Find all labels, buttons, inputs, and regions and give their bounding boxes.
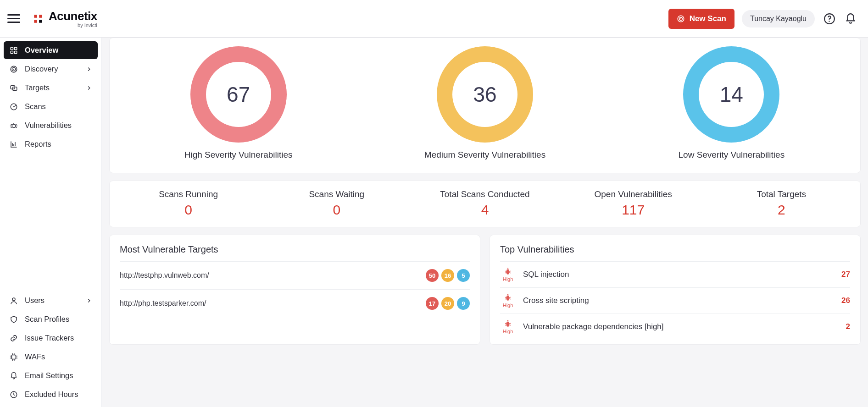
target-row[interactable]: http://testphp.vulnweb.com/50165: [120, 261, 470, 289]
severity-high-label: High Severity Vulnerabilities: [184, 150, 293, 160]
sidebar-item-email-settings[interactable]: Email Settings: [4, 367, 98, 385]
stat-item[interactable]: Total Targets2: [707, 189, 856, 218]
target-url: http://testphp.vulnweb.com/: [120, 271, 209, 280]
sidebar-item-excluded-hours[interactable]: Excluded Hours: [4, 385, 98, 403]
user-menu[interactable]: Tuncay Kayaoglu: [742, 10, 815, 28]
sidebar-item-label: Targets: [25, 83, 50, 92]
brand-mark-icon: [32, 13, 44, 25]
top-vulnerabilities-title: Top Vulnerabilities: [490, 235, 860, 261]
vulnerability-row[interactable]: HighCross site scripting26: [500, 287, 850, 314]
stat-label: Open Vulnerabilities: [559, 189, 707, 199]
svg-rect-7: [11, 51, 13, 53]
target-icon: [9, 65, 18, 73]
sidebar-item-label: Vulnerabilities: [25, 121, 72, 130]
severity-badge: High: [500, 319, 516, 334]
dashboard-icon: [9, 46, 18, 55]
sidebar-item-label: Excluded Hours: [25, 390, 78, 399]
vulnerability-name: Cross site scripting: [523, 296, 589, 305]
most-vulnerable-targets-card: Most Vulnerable Targets http://testphp.v…: [109, 235, 480, 345]
target-high-count: 17: [426, 297, 439, 310]
sidebar-item-targets[interactable]: Targets: [4, 79, 98, 97]
brand-name: Acunetix: [49, 9, 97, 23]
svg-rect-8: [15, 51, 17, 53]
svg-point-17: [12, 298, 15, 301]
svg-point-4: [829, 21, 829, 22]
sidebar-item-label: Discovery: [25, 65, 58, 73]
notifications-icon[interactable]: [844, 12, 857, 25]
severity-caption: High: [503, 276, 513, 282]
severity-low-ring-icon: 14: [683, 46, 779, 143]
sidebar-item-discovery[interactable]: Discovery: [4, 60, 98, 78]
svg-rect-5: [11, 47, 13, 50]
vulnerability-count: 27: [841, 270, 850, 279]
stat-item[interactable]: Scans Running0: [114, 189, 262, 218]
sidebar-item-reports[interactable]: Reports: [4, 135, 98, 153]
sidebar-item-issue-trackers[interactable]: Issue Trackers: [4, 329, 98, 347]
severity-medium-label: Medium Severity Vulnerabilities: [424, 150, 545, 160]
stat-value: 0: [262, 202, 411, 218]
svg-point-11: [13, 68, 14, 69]
radar-icon: [9, 103, 18, 111]
most-vulnerable-targets-title: Most Vulnerable Targets: [110, 235, 480, 261]
svg-point-16: [12, 124, 16, 128]
top-vulnerabilities-card: Top Vulnerabilities HighSQL injection27H…: [490, 235, 861, 345]
svg-rect-18: [12, 355, 16, 359]
menu-toggle-button[interactable]: [7, 12, 20, 25]
sidebar-item-scan-profiles[interactable]: Scan Profiles: [4, 310, 98, 328]
sidebar-item-overview[interactable]: Overview: [4, 41, 98, 59]
severity-medium-ring-icon: 36: [437, 46, 533, 143]
sidebar-item-scans[interactable]: Scans: [4, 98, 98, 116]
severity-medium[interactable]: 36 Medium Severity Vulnerabilities: [362, 46, 608, 160]
chart-icon: [9, 140, 18, 148]
target-url: http://php.testsparker.com/: [120, 299, 206, 308]
vulnerability-count: 26: [841, 296, 850, 305]
sidebar-item-label: Issue Trackers: [25, 334, 74, 342]
severity-low-label: Low Severity Vulnerabilities: [679, 150, 785, 160]
target-high-count: 50: [426, 269, 439, 282]
sidebar-item-label: Scan Profiles: [25, 315, 69, 324]
stat-item[interactable]: Scans Waiting0: [262, 189, 411, 218]
group-icon: [9, 84, 18, 92]
stats-card: Scans Running0Scans Waiting0Total Scans …: [109, 181, 861, 227]
target-low-count: 9: [457, 297, 470, 310]
chevron-right-icon: [86, 66, 92, 72]
severity-low-value: 14: [720, 82, 743, 107]
severity-high-value: 67: [227, 82, 250, 107]
bug-icon: [504, 319, 512, 328]
sidebar-item-label: Overview: [25, 46, 58, 55]
stat-label: Total Targets: [707, 189, 856, 199]
sidebar-item-users[interactable]: Users: [4, 292, 98, 309]
severity-low[interactable]: 14 Low Severity Vulnerabilities: [608, 46, 855, 160]
chip-icon: [9, 353, 18, 361]
scan-target-icon: [677, 15, 685, 23]
shield-icon: [9, 315, 18, 324]
app-header: Acunetix by Invicti New Scan Tuncay Kaya…: [0, 0, 868, 38]
sidebar-item-label: Reports: [25, 140, 51, 148]
stat-value: 117: [559, 202, 707, 218]
sidebar-item-label: Users: [25, 296, 45, 305]
target-low-count: 5: [457, 269, 470, 282]
stat-item[interactable]: Open Vulnerabilities117: [559, 189, 707, 218]
help-icon[interactable]: [823, 12, 836, 25]
new-scan-button[interactable]: New Scan: [668, 9, 734, 29]
chevron-right-icon: [86, 85, 92, 91]
brand-logo[interactable]: Acunetix by Invicti: [32, 9, 97, 28]
bug-icon: [504, 267, 512, 275]
sidebar-item-vulnerabilities[interactable]: Vulnerabilities: [4, 116, 98, 134]
severity-badge: High: [500, 293, 516, 308]
target-row[interactable]: http://php.testsparker.com/17209: [120, 289, 470, 317]
svg-point-2: [680, 18, 681, 19]
bug-icon: [504, 293, 512, 302]
new-scan-label: New Scan: [690, 14, 726, 23]
stat-item[interactable]: Total Scans Conducted4: [411, 189, 559, 218]
severity-high[interactable]: 67 High Severity Vulnerabilities: [115, 46, 362, 160]
main-content: 67 High Severity Vulnerabilities 36 Medi…: [102, 38, 868, 407]
severity-summary-card: 67 High Severity Vulnerabilities 36 Medi…: [109, 38, 861, 173]
user-icon: [9, 297, 18, 305]
severity-high-ring-icon: 67: [190, 46, 287, 143]
sidebar-item-wafs[interactable]: WAFs: [4, 348, 98, 366]
vulnerability-row[interactable]: HighSQL injection27: [500, 261, 850, 287]
vulnerability-row[interactable]: HighVulnerable package dependencies [hig…: [500, 314, 850, 340]
bug-icon: [9, 121, 18, 130]
vulnerability-count: 2: [846, 322, 850, 331]
